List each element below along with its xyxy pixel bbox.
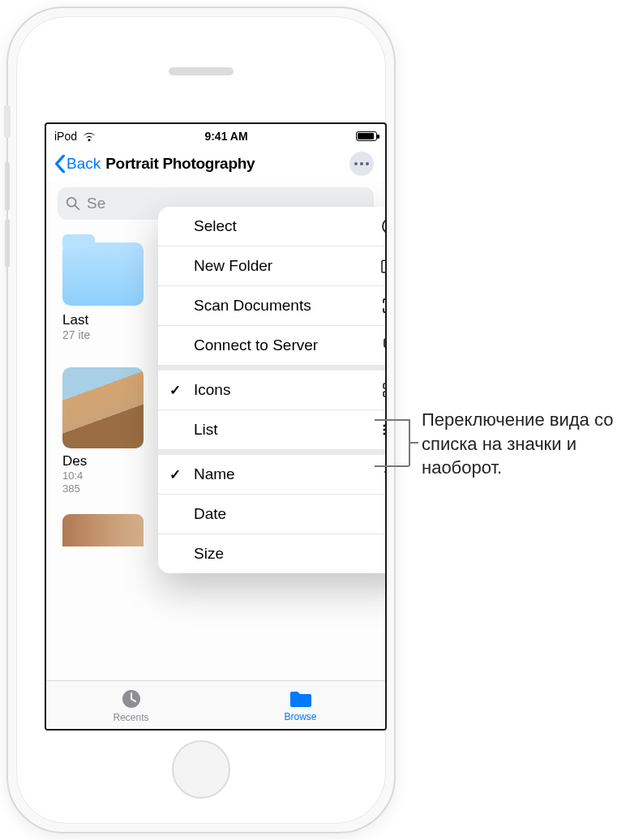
search-icon bbox=[66, 196, 80, 211]
menu-view-list[interactable]: List bbox=[158, 410, 387, 455]
menu-scan-documents[interactable]: Scan Documents bbox=[158, 286, 387, 326]
callout-text: Переключение вида со списка на значки и … bbox=[422, 408, 632, 480]
new-folder-icon bbox=[380, 258, 387, 274]
checkmark-icon: ✓ bbox=[169, 466, 181, 483]
tab-bar: Recents Browse bbox=[46, 680, 385, 729]
nav-bar: Back Portrait Photography bbox=[46, 145, 385, 182]
scan-icon bbox=[380, 297, 387, 315]
menu-label: Size bbox=[194, 545, 224, 563]
folder-icon bbox=[62, 242, 144, 306]
clock-icon bbox=[120, 688, 143, 710]
svg-rect-9 bbox=[384, 392, 387, 396]
battery-icon bbox=[356, 131, 377, 141]
select-circle-icon bbox=[380, 217, 387, 235]
volume-down-button bbox=[5, 219, 10, 268]
menu-sort-size[interactable]: Size bbox=[158, 534, 387, 573]
menu-sort-name[interactable]: ✓ Name bbox=[158, 455, 387, 495]
svg-point-11 bbox=[383, 424, 385, 426]
svg-line-1 bbox=[75, 206, 79, 210]
menu-view-icons[interactable]: ✓ Icons bbox=[158, 371, 387, 410]
list-icon bbox=[380, 423, 387, 436]
menu-label: Scan Documents bbox=[194, 297, 311, 315]
volume-up-button bbox=[5, 162, 10, 211]
tab-label: Recents bbox=[113, 712, 148, 723]
more-button[interactable] bbox=[349, 152, 374, 176]
menu-sort-date[interactable]: Date bbox=[158, 495, 387, 534]
chevron-down-icon bbox=[380, 470, 387, 478]
ellipsis-icon bbox=[354, 162, 369, 165]
menu-label: Connect to Server bbox=[194, 336, 318, 354]
chevron-left-icon bbox=[54, 155, 66, 173]
menu-label: Date bbox=[194, 505, 226, 523]
server-icon bbox=[380, 336, 387, 354]
back-button[interactable]: Back bbox=[54, 155, 101, 173]
device-frame: iPod 9:41 AM Back Portrait Photography bbox=[6, 6, 396, 834]
wifi-icon bbox=[82, 131, 96, 142]
home-button[interactable] bbox=[172, 740, 230, 799]
clock: 9:41 AM bbox=[204, 130, 247, 143]
more-menu: Select New Folder Scan Documents bbox=[158, 207, 387, 573]
image-thumbnail[interactable] bbox=[62, 514, 144, 546]
tab-browse[interactable]: Browse bbox=[216, 681, 385, 729]
screen: iPod 9:41 AM Back Portrait Photography bbox=[45, 122, 387, 731]
menu-label: Select bbox=[194, 217, 237, 235]
svg-rect-6 bbox=[384, 339, 387, 347]
menu-label: Name bbox=[194, 465, 235, 483]
menu-new-folder[interactable]: New Folder bbox=[158, 246, 387, 286]
menu-label: New Folder bbox=[194, 257, 272, 275]
status-bar: iPod 9:41 AM bbox=[46, 124, 385, 145]
grid-icon bbox=[380, 382, 387, 398]
search-partial-text: Se bbox=[87, 195, 105, 212]
tab-label: Browse bbox=[284, 711, 316, 722]
svg-point-0 bbox=[67, 198, 76, 207]
svg-rect-7 bbox=[384, 384, 387, 388]
mute-switch bbox=[4, 105, 11, 138]
menu-connect-server[interactable]: Connect to Server bbox=[158, 326, 387, 371]
page-title: Portrait Photography bbox=[105, 155, 255, 173]
svg-point-13 bbox=[383, 432, 385, 435]
image-thumbnail bbox=[62, 367, 144, 448]
device-inner: iPod 9:41 AM Back Portrait Photography bbox=[16, 16, 386, 824]
callout-connector bbox=[375, 419, 409, 421]
callout-connector bbox=[409, 442, 418, 444]
callout-connector bbox=[375, 465, 409, 467]
speaker bbox=[169, 67, 234, 75]
menu-label: List bbox=[194, 421, 218, 439]
folder-tab-icon bbox=[289, 688, 313, 709]
svg-point-3 bbox=[383, 219, 387, 234]
svg-point-12 bbox=[383, 428, 385, 431]
tab-recents[interactable]: Recents bbox=[46, 681, 216, 729]
checkmark-icon: ✓ bbox=[169, 382, 181, 399]
menu-label: Icons bbox=[194, 381, 230, 399]
menu-select[interactable]: Select bbox=[158, 207, 387, 246]
carrier-label: iPod bbox=[54, 130, 77, 143]
back-label: Back bbox=[66, 155, 101, 173]
